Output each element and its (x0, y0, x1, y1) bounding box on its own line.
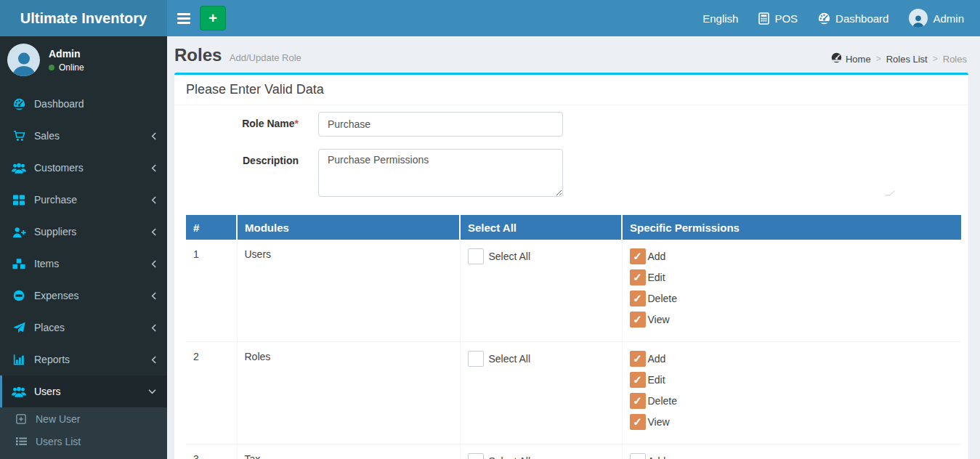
select-all-checkbox[interactable] (468, 351, 484, 367)
chevron-down-icon (147, 389, 157, 395)
column-header-select-all: Select All (460, 215, 622, 240)
calculator-icon (758, 12, 769, 25)
chevron-left-icon (150, 195, 157, 205)
submenu-item-label: Users List (36, 436, 81, 447)
permission-label: Add (648, 455, 666, 459)
table-row: 3 Tax Select All Add (186, 444, 961, 459)
sidebar-item-reports[interactable]: Reports (0, 344, 167, 375)
sidebar-item-suppliers[interactable]: Suppliers (0, 216, 167, 248)
select-all-label: Select All (489, 353, 531, 365)
chevron-left-icon (150, 163, 157, 173)
chevron-left-icon (150, 131, 157, 141)
sidebar-item-label: Customers (34, 162, 84, 174)
minus-circle-icon (11, 290, 27, 301)
avatar (7, 44, 40, 76)
sidebar-item-users-list[interactable]: Users List (0, 430, 167, 452)
navbar-right: English POS Dashboard Admin (692, 0, 974, 36)
permission-checkbox-edit[interactable] (630, 372, 646, 388)
description-row: Description Purchase Permissions (174, 149, 968, 200)
column-header-specific-permissions: Specific Permissions (622, 215, 961, 240)
users-submenu: New User Users List Roles List (0, 407, 167, 459)
description-textarea[interactable]: Purchase Permissions (318, 149, 563, 197)
sidebar-item-items[interactable]: Items (0, 248, 167, 280)
chevron-left-icon (150, 259, 157, 269)
select-all-checkbox[interactable] (468, 248, 484, 264)
sidebar-item-expenses[interactable]: Expenses (0, 280, 167, 312)
sidebar-item-places[interactable]: Places (0, 312, 167, 344)
breadcrumb-home[interactable]: Home (831, 52, 871, 65)
row-number: 1 (186, 240, 237, 342)
online-label: Online (59, 62, 84, 73)
cart-icon (11, 130, 27, 142)
user-menu[interactable]: Admin (899, 0, 974, 36)
sidebar-user-panel: Admin Online (0, 36, 167, 84)
dashboard-icon (831, 52, 842, 65)
dashboard-icon (818, 12, 830, 25)
role-name-label: Role Name* (174, 112, 299, 137)
permission-option: View (630, 312, 955, 328)
language-menu[interactable]: English (692, 0, 748, 36)
breadcrumb-current: Roles (943, 54, 967, 65)
select-all-option: Select All (468, 351, 615, 367)
module-name: Roles (237, 342, 460, 444)
table-row: 2 Roles Select All Add (186, 342, 961, 444)
module-name: Users (237, 240, 460, 342)
permission-checkbox-add[interactable] (630, 453, 646, 459)
permission-checkbox-add[interactable] (630, 248, 646, 264)
permission-option: Edit (630, 372, 955, 388)
description-label: Description (174, 149, 299, 200)
sidebar-item-customers[interactable]: Customers (0, 152, 167, 184)
permission-checkbox-view[interactable] (630, 414, 646, 430)
chevron-left-icon (150, 355, 157, 365)
sidebar-user-name: Admin (49, 48, 84, 60)
sidebar-item-sales[interactable]: Sales (0, 120, 167, 152)
roles-panel: Please Enter Valid Data Role Name* Descr… (174, 73, 968, 459)
language-label: English (702, 12, 738, 25)
sidebar-item-dashboard[interactable]: Dashboard (0, 88, 167, 120)
required-asterisk: * (295, 118, 299, 129)
sidebar-toggle-button[interactable] (167, 0, 200, 36)
sidebar-item-label: Users (34, 386, 61, 397)
permission-checkbox-view[interactable] (630, 312, 646, 328)
chevron-left-icon (150, 291, 157, 301)
permission-label: View (648, 416, 670, 428)
sidebar-item-label: Expenses (34, 290, 78, 301)
permissions-table: # Modules Select All Specific Permission… (186, 215, 961, 459)
sidebar-item-label: Suppliers (34, 226, 76, 237)
select-all-checkbox[interactable] (468, 453, 484, 459)
sidebar-user-status[interactable]: Online (49, 62, 84, 73)
dashboard-link[interactable]: Dashboard (808, 0, 899, 36)
row-number: 3 (186, 444, 237, 459)
sidebar-user-info: Admin Online (49, 48, 84, 73)
permission-checkbox-delete[interactable] (630, 291, 646, 306)
main-content: Roles Add/Update Role Home > Roles List … (167, 36, 980, 459)
role-name-input[interactable] (318, 112, 563, 137)
permission-checkbox-edit[interactable] (630, 269, 646, 285)
sidebar-item-purchase[interactable]: Purchase (0, 184, 167, 216)
sidebar: Admin Online Dashboard Sales Customers (0, 36, 167, 459)
breadcrumb-roles-list[interactable]: Roles List (886, 54, 928, 65)
permission-option: Delete (630, 291, 955, 306)
quick-add-button[interactable]: + (200, 6, 226, 31)
users-icon (11, 162, 27, 174)
column-header-modules: Modules (237, 215, 460, 240)
topbar: Ultimate Inventory + English POS Dashboa… (0, 0, 980, 36)
role-form: Role Name* Description Purchase Permissi… (174, 105, 968, 200)
sidebar-item-label: Purchase (34, 194, 77, 206)
select-all-option: Select All (468, 453, 615, 459)
permission-option: Edit (630, 269, 955, 285)
sidebar-item-new-user[interactable]: New User (0, 407, 167, 430)
user-plus-icon (11, 226, 27, 237)
select-all-label: Select All (489, 455, 531, 459)
navbar: + English POS Dashboard (167, 0, 980, 36)
permission-checkbox-delete[interactable] (630, 393, 646, 409)
permission-checkbox-add[interactable] (630, 351, 646, 367)
column-header-num: # (186, 215, 237, 240)
sidebar-item-users[interactable]: Users (0, 375, 167, 407)
sidebar-item-roles-list[interactable]: Roles List (0, 452, 167, 459)
app-logo[interactable]: Ultimate Inventory (0, 0, 167, 36)
sidebar-item-label: Reports (34, 354, 70, 365)
table-header-row: # Modules Select All Specific Permission… (186, 215, 961, 240)
pos-link[interactable]: POS (748, 0, 808, 36)
permission-label: View (648, 314, 670, 325)
